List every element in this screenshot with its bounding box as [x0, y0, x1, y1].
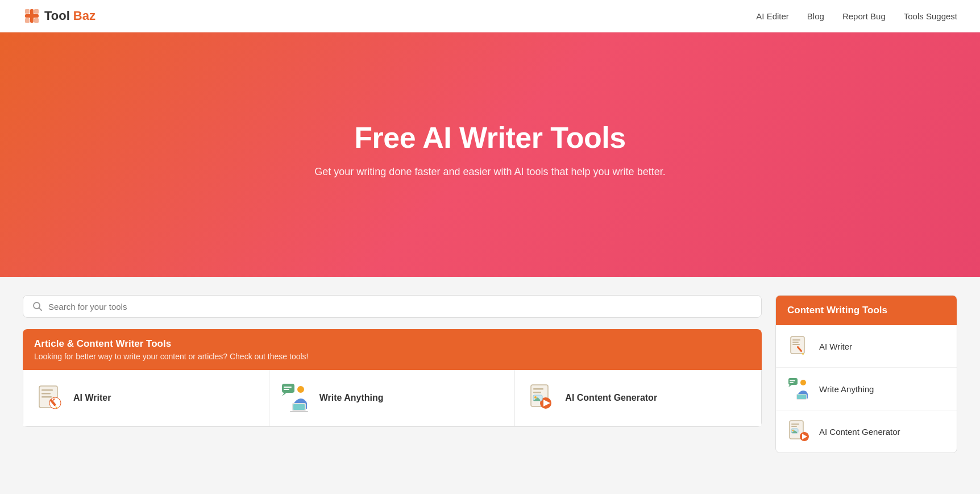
svg-rect-17: [284, 387, 292, 388]
category-description: Looking for better way to write your con…: [34, 352, 750, 361]
sidebar-item-ai-writer[interactable]: AI Writer: [776, 325, 957, 368]
svg-rect-34: [792, 344, 800, 345]
svg-rect-43: [797, 395, 806, 399]
main-content: Article & Content Writer Tools Looking f…: [0, 277, 980, 471]
svg-rect-39: [790, 380, 795, 381]
tool-icon-ai-content-generator: [526, 383, 557, 413]
ai-writer-icon: [35, 383, 65, 413]
sidebar-icon-ai-content-generator: [787, 420, 811, 443]
logo-icon: [23, 7, 41, 25]
tool-name-write-anything: Write Anything: [319, 393, 384, 403]
svg-point-29: [534, 396, 537, 398]
category-header: Article & Content Writer Tools Looking f…: [23, 329, 762, 370]
sidebar-icon-ai-writer: [787, 334, 811, 358]
search-bar: [23, 295, 762, 318]
ai-content-generator-icon: [526, 383, 557, 413]
svg-rect-15: [282, 384, 294, 393]
sidebar-header: Content Writing Tools: [776, 296, 957, 325]
svg-marker-38: [788, 385, 792, 387]
logo-text-baz: Baz: [73, 9, 95, 23]
tool-card-ai-writer[interactable]: AI Writer: [23, 370, 269, 426]
tools-grid: AI Writer: [23, 370, 762, 427]
sidebar-item-name-write-anything: Write Anything: [819, 384, 874, 394]
sidebar-item-write-anything[interactable]: Write Anything: [776, 368, 957, 410]
tool-name-ai-writer: AI Writer: [73, 393, 111, 403]
search-icon: [32, 301, 43, 312]
nav-blog[interactable]: Blog: [807, 11, 824, 21]
hero-title: Free AI Writer Tools: [354, 121, 625, 155]
sidebar-header-title: Content Writing Tools: [787, 305, 887, 316]
nav-report-bug[interactable]: Report Bug: [842, 11, 886, 21]
header: ToolBaz AI Editer Blog Report Bug Tools …: [0, 0, 980, 32]
logo-text-tool: Tool: [44, 9, 70, 23]
main-nav: AI Editer Blog Report Bug Tools Suggest: [756, 11, 957, 21]
write-anything-icon: [281, 383, 312, 413]
sidebar: Content Writing Tools: [775, 295, 957, 453]
nav-ai-editer[interactable]: AI Editer: [756, 11, 789, 21]
svg-rect-32: [792, 339, 800, 341]
svg-rect-5: [34, 18, 39, 23]
sidebar-icon-write-anything: [787, 377, 811, 401]
svg-point-41: [800, 380, 806, 385]
svg-line-7: [39, 308, 42, 311]
svg-rect-24: [533, 388, 543, 390]
hero-section: Free AI Writer Tools Get your writing do…: [0, 32, 980, 277]
svg-rect-46: [791, 426, 797, 427]
svg-point-48: [792, 430, 794, 431]
left-section: Article & Content Writer Tools Looking f…: [23, 295, 762, 453]
tool-card-write-anything[interactable]: Write Anything: [269, 370, 516, 426]
tool-icon-write-anything: [281, 383, 312, 413]
sidebar-item-name-ai-content-generator: AI Content Generator: [819, 427, 900, 437]
tool-icon-ai-writer: [35, 383, 65, 413]
tool-card-ai-content-generator[interactable]: AI Content Generator: [515, 370, 761, 426]
sidebar-item-ai-content-generator[interactable]: AI Content Generator: [776, 410, 957, 453]
svg-rect-2: [25, 9, 30, 14]
svg-rect-25: [533, 392, 541, 393]
nav-tools-suggest[interactable]: Tools Suggest: [904, 11, 957, 21]
sidebar-item-name-ai-writer: AI Writer: [819, 342, 852, 351]
svg-rect-3: [34, 9, 39, 14]
svg-rect-21: [293, 404, 305, 410]
tool-name-ai-content-generator: AI Content Generator: [565, 393, 657, 403]
sidebar-section: Content Writing Tools: [775, 295, 957, 453]
svg-marker-16: [282, 393, 286, 396]
svg-rect-45: [791, 424, 799, 425]
logo[interactable]: ToolBaz: [23, 7, 95, 25]
svg-rect-1: [25, 14, 39, 18]
svg-rect-22: [290, 411, 308, 412]
hero-subtitle: Get your writing done faster and easier …: [314, 166, 665, 178]
svg-rect-9: [41, 389, 53, 391]
svg-rect-40: [790, 382, 794, 383]
svg-rect-18: [284, 389, 289, 390]
search-input[interactable]: [48, 302, 752, 312]
category-title: Article & Content Writer Tools: [34, 338, 750, 350]
svg-rect-10: [41, 393, 51, 395]
svg-rect-4: [25, 18, 30, 23]
svg-point-19: [297, 386, 304, 393]
svg-rect-37: [788, 378, 798, 385]
svg-rect-11: [41, 396, 52, 398]
svg-rect-33: [792, 342, 799, 343]
